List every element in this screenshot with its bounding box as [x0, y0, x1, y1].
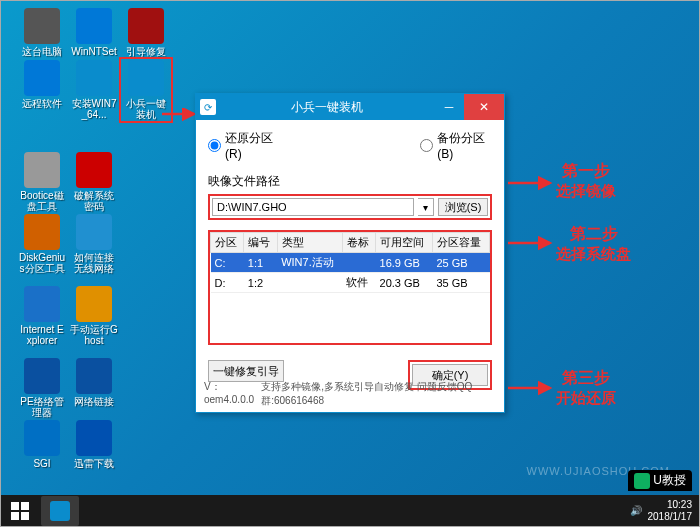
window-title: 小兵一键装机: [219, 99, 434, 116]
table-cell: 1:1: [244, 253, 277, 273]
desktop-icon-label: 远程软件: [18, 98, 66, 109]
table-cell: C:: [211, 253, 244, 273]
desktop-icon-label: 这台电脑: [18, 46, 66, 57]
desktop-app-icon: [76, 420, 112, 456]
desktop-app-icon: [76, 214, 112, 250]
table-cell: 1:2: [244, 273, 277, 293]
desktop-icon[interactable]: SGI: [18, 420, 66, 469]
desktop-app-icon: [128, 8, 164, 44]
column-header[interactable]: 编号: [244, 233, 277, 253]
path-highlight: ▾ 浏览(S): [208, 194, 492, 220]
desktop-app-icon: [24, 152, 60, 188]
taskbar: 🔊 10:23 2018/1/17: [0, 495, 700, 527]
desktop-icon[interactable]: PE络络管理器: [18, 358, 66, 418]
desktop-app-icon: [76, 286, 112, 322]
system-tray[interactable]: 🔊 10:23 2018/1/17: [622, 499, 701, 523]
desktop-app-icon: [76, 358, 112, 394]
desktop-icon[interactable]: Internet Explorer: [18, 286, 66, 346]
table-cell: 20.3 GB: [376, 273, 433, 293]
desktop-icon[interactable]: 网络链接: [70, 358, 118, 407]
desktop-icon[interactable]: Bootice磁盘工具: [18, 152, 66, 212]
arrow-step1: [506, 175, 554, 191]
image-path-input[interactable]: [212, 198, 414, 216]
titlebar: ⟳ 小兵一键装机 ─ ✕: [196, 94, 504, 120]
desktop-icon[interactable]: 这台电脑: [18, 8, 66, 57]
svg-rect-7: [21, 512, 29, 520]
taskbar-time: 10:23: [648, 499, 693, 511]
path-label: 映像文件路径: [208, 173, 492, 190]
close-button[interactable]: ✕: [464, 94, 504, 120]
arrow-step3: [506, 380, 554, 396]
annotation-step3: 第三步 开始还原: [556, 368, 616, 408]
desktop-icon-label: SGI: [18, 458, 66, 469]
desktop-icon[interactable]: WinNTSetup: [70, 8, 118, 68]
minimize-button[interactable]: ─: [434, 97, 464, 117]
desktop-icon[interactable]: 手动运行Ghost: [70, 286, 118, 346]
desktop-icon-label: 安装WIN7_64...: [70, 98, 118, 120]
desktop-icon-label: 迅雷下载: [70, 458, 118, 469]
desktop-app-icon: [24, 8, 60, 44]
table-row[interactable]: D:1:2软件20.3 GB35 GB: [211, 273, 490, 293]
taskbar-app-icon: [50, 501, 70, 521]
table-cell: 25 GB: [433, 253, 490, 273]
app-icon: ⟳: [200, 99, 216, 115]
desktop-icon[interactable]: DiskGenius分区工具: [18, 214, 66, 274]
version-label: V：oem4.0.0.0: [204, 380, 261, 408]
column-header[interactable]: 卷标: [342, 233, 375, 253]
desktop-app-icon: [24, 420, 60, 456]
table-cell: 35 GB: [433, 273, 490, 293]
table-cell: D:: [211, 273, 244, 293]
svg-rect-5: [21, 502, 29, 510]
partition-table[interactable]: 分区编号类型卷标可用空间分区容量 C:1:1WIN7.活动16.9 GB25 G…: [210, 232, 490, 293]
column-header[interactable]: 分区: [211, 233, 244, 253]
start-button[interactable]: [0, 495, 40, 527]
support-label: 支持多种镜像,多系统引导自动修复 问题反馈QQ群:606616468: [261, 380, 496, 408]
table-row[interactable]: C:1:1WIN7.活动16.9 GB25 GB: [211, 253, 490, 273]
desktop-app-icon: [24, 358, 60, 394]
desktop-app-icon: [24, 214, 60, 250]
desktop-app-icon: [76, 152, 112, 188]
arrow-step2: [506, 235, 554, 251]
desktop-app-icon: [24, 60, 60, 96]
annotation-step1: 第一步 选择镜像: [556, 161, 616, 201]
desktop-icon-label: 网络链接: [70, 396, 118, 407]
desktop-app-icon: [128, 60, 164, 96]
desktop-icon[interactable]: 如何连接无线网络: [70, 214, 118, 274]
desktop-icon[interactable]: 安装WIN7_64...: [70, 60, 118, 120]
column-header[interactable]: 可用空间: [376, 233, 433, 253]
desktop-icon-label: DiskGenius分区工具: [18, 252, 66, 274]
tray-sound-icon[interactable]: 🔊: [630, 505, 642, 517]
desktop-icon[interactable]: 迅雷下载: [70, 420, 118, 469]
desktop-icon-label: PE络络管理器: [18, 396, 66, 418]
arrow-icon-to-dialog: [160, 108, 200, 128]
installer-dialog: ⟳ 小兵一键装机 ─ ✕ 还原分区(R) 备份分区(B) 映像文件路径 ▾ 浏览…: [195, 93, 505, 413]
annotation-step2: 第二步 选择系统盘: [556, 224, 631, 264]
restore-radio[interactable]: 还原分区(R): [208, 130, 280, 161]
table-cell: 16.9 GB: [376, 253, 433, 273]
taskbar-app-installer[interactable]: [41, 496, 79, 526]
desktop-app-icon: [76, 8, 112, 44]
svg-rect-6: [11, 512, 19, 520]
desktop-icon[interactable]: 破解系统密码: [70, 152, 118, 212]
browse-button[interactable]: 浏览(S): [438, 198, 488, 216]
backup-radio[interactable]: 备份分区(B): [420, 130, 492, 161]
desktop-icon-label: 破解系统密码: [70, 190, 118, 212]
desktop-icon[interactable]: 引导修复: [122, 8, 170, 57]
path-dropdown-icon[interactable]: ▾: [418, 198, 434, 216]
brand-watermark: U教授: [628, 470, 692, 491]
column-header[interactable]: 分区容量: [433, 233, 490, 253]
table-cell: WIN7.活动: [277, 253, 342, 273]
desktop-icon-label: 引导修复: [122, 46, 170, 57]
brand-logo-icon: [634, 473, 650, 489]
column-header[interactable]: 类型: [277, 233, 342, 253]
desktop-icon-label: 手动运行Ghost: [70, 324, 118, 346]
partition-table-highlight: 分区编号类型卷标可用空间分区容量 C:1:1WIN7.活动16.9 GB25 G…: [208, 230, 492, 345]
svg-rect-4: [11, 502, 19, 510]
desktop-app-icon: [76, 60, 112, 96]
desktop-icon-label: Internet Explorer: [18, 324, 66, 346]
repair-boot-button[interactable]: 一键修复引导: [208, 360, 284, 382]
desktop-icon[interactable]: 远程软件: [18, 60, 66, 109]
table-cell: [277, 273, 342, 293]
table-cell: 软件: [342, 273, 375, 293]
desktop-icon-label: Bootice磁盘工具: [18, 190, 66, 212]
